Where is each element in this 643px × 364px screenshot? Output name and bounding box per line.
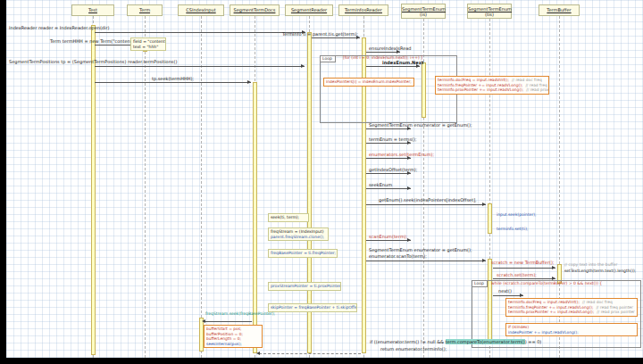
code-line: if (isIndex) xyxy=(508,325,529,329)
message-label-index-enum-next: indexEnum.Next xyxy=(382,60,423,65)
message-label-open-reader: IndexReader reader = IndexReader.open(di… xyxy=(9,25,109,30)
code-line: indexPointers[i] = indexEnum.indexPointe… xyxy=(326,79,412,84)
lifeline-head-segment-term-enum-is[interactable]: SegmentTermEnum (is) xyxy=(401,4,446,19)
activation-test xyxy=(91,25,96,355)
return-check-post: ) == 0) xyxy=(525,339,542,344)
message-line xyxy=(366,52,400,53)
note-index-pointers[interactable]: indexPointers[i] = indexEnum.indexPointe… xyxy=(323,78,414,87)
loop-tab: Loop xyxy=(472,280,488,287)
note-freq-stream-seek: freqStream.seek(freqBasePointer); xyxy=(205,311,275,317)
code-comment: // read freq pointer xyxy=(596,305,632,310)
note-line: proxStreamPointer = ti.proxPointer; xyxy=(271,284,338,289)
message-line xyxy=(493,278,555,279)
actor-label: CSIndexInput xyxy=(179,7,223,12)
message-label-return-stmt: return enumerator.terminfo(); xyxy=(380,346,447,352)
code-comment: // read prox pointer xyxy=(526,87,549,92)
note-line: text = "hhh" xyxy=(133,45,163,50)
code-note-buffer-seek[interactable]: bufferStart = pos; bufferPosition = 0; b… xyxy=(204,325,263,348)
message-label-return-check: if ((enumerator.term() != null && term.c… xyxy=(370,339,541,344)
arrow-right-icon xyxy=(247,80,251,84)
lifeline-head-test[interactable]: Test xyxy=(71,4,114,16)
message-label-scan-enum: scanEnum(term); xyxy=(369,234,407,239)
message-label-terms: termEnum = terms(); xyxy=(369,136,417,142)
bottom-black-bar xyxy=(0,358,643,364)
note-seek-ti[interactable]: seek(ti, term); xyxy=(268,213,309,222)
lifeline-head-term-infos-reader[interactable]: TermInfosReader xyxy=(338,4,388,16)
arrow-left-icon xyxy=(256,352,260,355)
note-line: field = "content" xyxy=(133,39,163,45)
code-comment: // read doc freq xyxy=(512,78,542,82)
code-note-read-terminfo[interactable]: terminfo.docFreq = input.readVInt();// r… xyxy=(435,76,549,95)
code-note-read-terminfo-scan[interactable]: terminfo.docFreq = input.readVInt();// r… xyxy=(505,298,638,317)
note-line: skipPointer = freqBasePointer + ti.skipO… xyxy=(271,305,355,310)
message-line xyxy=(312,37,360,38)
note-prox-stream-pointer[interactable]: proxStreamPointer = ti.proxPointer; xyxy=(268,282,341,291)
code-line: terminfo.freqPointer += input.readVLong(… xyxy=(508,305,593,310)
lifeline-head-segment-term-enum-tis[interactable]: SegmentTermEnum (tis) xyxy=(467,4,512,19)
message-label-seek-enum: seekEnum xyxy=(369,182,392,187)
actor-instance-label: (is) xyxy=(402,12,445,17)
note-line: freqStream = (IndexInput) xyxy=(271,229,326,235)
arrow-right-icon xyxy=(482,203,486,206)
message-label-get-index-offset: getIndexOffset(term); xyxy=(369,167,417,172)
note-term-fields[interactable]: field = "content" text = "hhh" xyxy=(130,37,166,51)
code-comment: // read doc freq xyxy=(582,300,613,304)
message-label-scan-to: enumerator.scanTo(term); xyxy=(369,253,427,259)
lifeline-head-term[interactable]: Term xyxy=(127,4,163,16)
message-line xyxy=(95,32,305,33)
code-line: bufferStart = pos; xyxy=(206,327,242,331)
message-label-get-enum-seek: getEnum().seek(indexPointers[indexOffset… xyxy=(379,197,477,203)
note-terminfo-set: terminfo.set(ti); xyxy=(497,227,528,232)
code-line: seekInternal(pos); xyxy=(206,342,242,346)
message-label-term-positions: SegmentTermPositions tp = (SegmentTermPo… xyxy=(9,59,177,64)
message-label-tp-seek: tp.seek(termHHH); xyxy=(152,76,194,81)
actor-instance-label: (tis) xyxy=(468,12,511,17)
actor-label: TermBuffer xyxy=(539,7,579,12)
note-buffer-copy-code: setTextLength(term.text().length()); xyxy=(564,269,636,274)
arrow-right-icon xyxy=(552,266,555,269)
loop-condition: while (scratch.compareTo(termBuffer) > 0… xyxy=(491,281,602,286)
message-label-next: next() xyxy=(498,288,512,294)
arrow-right-icon xyxy=(520,294,523,297)
note-input-seek: input.seek(pointer); xyxy=(497,212,537,218)
note-buffer-copy-comment: // copy text into the buffer xyxy=(564,262,617,268)
code-line: terminfo.docFreq = input.readVInt(); xyxy=(438,78,509,82)
arrow-right-icon xyxy=(482,259,486,262)
arrow-right-icon xyxy=(301,64,305,68)
note-line: freqBasePointer = ti.freqPointer; xyxy=(271,251,335,256)
activation-segment-term-enum-tis-seek xyxy=(488,203,492,234)
sequence-diagram-canvas: Test Term CSIndexInput SegmentTermDocs S… xyxy=(0,0,643,364)
lifeline-head-segment-reader[interactable]: SegmentReader xyxy=(285,4,333,16)
message-label-scan-get-enum: SegmentTermEnum enumerator = getEnum(); xyxy=(369,247,472,252)
note-freq-stream-clone[interactable]: freqStream = (IndexInput) parent.freqStr… xyxy=(268,228,329,241)
message-line xyxy=(366,143,411,144)
message-line xyxy=(366,158,411,159)
note-line: parent.freqStream.clone(); xyxy=(271,235,326,240)
code-note-is-index[interactable]: if (isIndex) indexPointer += input.readV… xyxy=(505,323,638,336)
actor-label: SegmentReader xyxy=(286,7,332,12)
message-line xyxy=(366,188,411,189)
actor-label: Term xyxy=(128,7,162,12)
message-label-ensure-index: ensureIndexIsRead xyxy=(369,46,411,51)
message-line xyxy=(366,261,486,261)
code-line: bufferPosition = 0; xyxy=(206,332,243,336)
message-line xyxy=(493,295,523,296)
code-comment: // read freq pointer xyxy=(525,83,549,87)
code-line: terminfo.freqPointer += input.readVLong(… xyxy=(438,83,522,87)
note-skip-pointer[interactable]: skipPointer = freqBasePointer + ti.skipO… xyxy=(268,303,357,312)
lifeline-head-segment-term-docs[interactable]: SegmentTermDocs xyxy=(230,4,280,16)
message-line xyxy=(205,321,252,322)
message-label-enumerators-set: enumerators.set(termEnum); xyxy=(369,152,434,157)
lifeline-head-term-buffer[interactable]: TermBuffer xyxy=(539,4,580,16)
note-freq-base-pointer[interactable]: freqBasePointer = ti.freqPointer; xyxy=(268,249,338,258)
message-line xyxy=(366,66,420,67)
return-line xyxy=(259,353,361,354)
note-line: seek(ti, term); xyxy=(271,215,306,220)
message-line xyxy=(493,268,555,269)
message-label-new-term-buffer: scratch = new TermBuffer(); xyxy=(491,260,555,265)
actor-label: Test xyxy=(72,7,113,12)
message-line xyxy=(366,240,411,241)
message-line xyxy=(95,66,305,67)
return-check-highlight: term.compareTo(enumerator.term() xyxy=(446,339,525,344)
lifeline-head-cs-index-input[interactable]: CSIndexInput xyxy=(178,4,224,16)
